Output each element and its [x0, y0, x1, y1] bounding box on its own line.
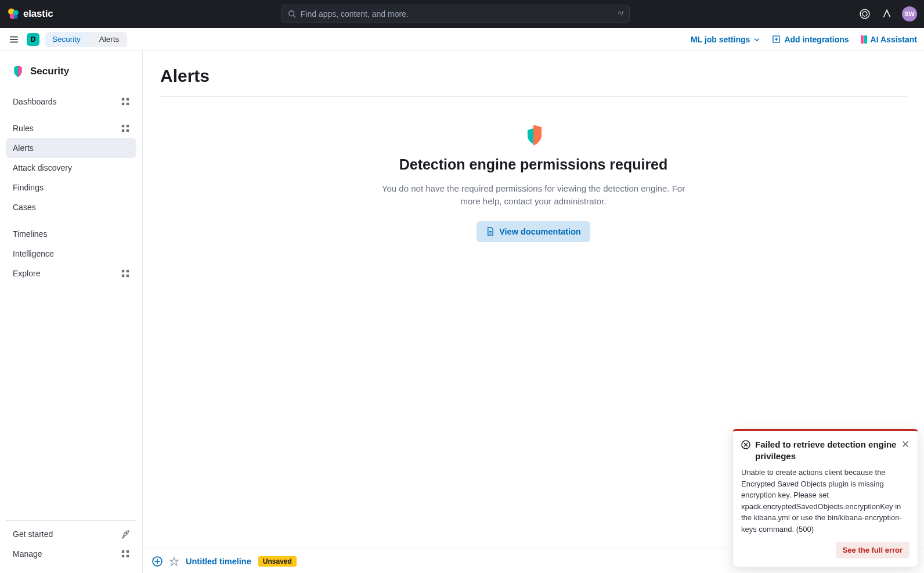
sub-header-right: ML job settings Add integrations AI Assi…	[691, 35, 917, 44]
toast-close-button[interactable]	[901, 440, 909, 448]
grid-icon	[121, 550, 129, 558]
ml-job-settings-button[interactable]: ML job settings	[691, 35, 760, 44]
sidebar-group-rules: Rules Alerts Attack discovery Findings C…	[6, 115, 136, 221]
svg-rect-19	[127, 125, 129, 127]
svg-rect-28	[127, 550, 129, 553]
svg-point-26	[126, 532, 127, 534]
sidebar-item-cases[interactable]: Cases	[6, 197, 136, 217]
svg-rect-30	[127, 555, 129, 557]
header-right: SW	[858, 6, 917, 21]
search-icon	[288, 10, 296, 18]
error-toast: Failed to retrieve detection engine priv…	[732, 429, 918, 568]
svg-rect-18	[122, 125, 124, 127]
space-selector[interactable]: D	[27, 33, 39, 46]
elastic-logo-icon	[7, 8, 20, 20]
sidebar-group-bottom: Get started Manage	[6, 520, 136, 567]
search-placeholder: Find apps, content, and more.	[301, 9, 409, 19]
search-shortcut: ^/	[618, 10, 623, 18]
svg-rect-16	[122, 103, 124, 105]
error-icon	[741, 440, 750, 449]
sidebar-item-dashboards[interactable]: Dashboards	[6, 92, 136, 111]
see-full-error-button[interactable]: See the full error	[836, 542, 909, 558]
svg-rect-21	[127, 129, 129, 132]
sidebar-title-row: Security	[6, 60, 136, 88]
sidebar-item-findings[interactable]: Findings	[6, 178, 136, 197]
page-title: Alerts	[160, 66, 907, 97]
svg-point-3	[14, 15, 18, 19]
svg-rect-25	[127, 275, 129, 277]
svg-rect-22	[122, 270, 124, 272]
nav-toggle-button[interactable]	[7, 33, 21, 46]
sidebar-item-manage[interactable]: Manage	[6, 544, 136, 564]
elastic-logo[interactable]: elastic	[7, 8, 53, 20]
timeline-favorite-button[interactable]	[169, 557, 179, 566]
space-letter: D	[31, 35, 36, 44]
breadcrumbs: Security Alerts	[45, 32, 127, 47]
package-icon	[772, 35, 781, 44]
user-avatar[interactable]: SW	[902, 6, 917, 21]
svg-point-4	[289, 11, 294, 16]
svg-point-7	[862, 12, 867, 16]
svg-rect-24	[122, 275, 124, 277]
svg-rect-17	[127, 103, 129, 105]
svg-rect-20	[122, 129, 124, 132]
sidebar-group-top: Dashboards	[6, 88, 136, 115]
timeline-title[interactable]: Untitled timeline	[186, 557, 251, 566]
sidebar-group-explore: Timelines Intelligence Explore	[6, 221, 136, 287]
toast-header: Failed to retrieve detection engine priv…	[741, 439, 909, 463]
global-search-input[interactable]: Find apps, content, and more. ^/	[281, 5, 630, 23]
toast-body: Unable to create actions client because …	[741, 467, 909, 535]
chevron-down-icon	[753, 36, 760, 43]
breadcrumb-alerts: Alerts	[89, 32, 128, 47]
svg-rect-23	[127, 270, 129, 272]
empty-state-text: You do not have the required permissions…	[371, 182, 696, 208]
document-icon	[486, 227, 495, 236]
sidebar-item-intelligence[interactable]: Intelligence	[6, 244, 136, 264]
sidebar-item-rules[interactable]: Rules	[6, 118, 136, 138]
empty-state-title: Detection engine permissions required	[399, 155, 668, 174]
newsfeed-icon[interactable]	[880, 7, 894, 21]
toast-title: Failed to retrieve detection engine priv…	[755, 439, 897, 463]
security-app-icon	[12, 65, 24, 78]
shield-icon	[523, 125, 544, 146]
avatar-initials: SW	[904, 10, 915, 17]
sidebar-item-explore[interactable]: Explore	[6, 264, 136, 283]
ai-assistant-button[interactable]: AI Assistant	[861, 35, 917, 44]
timeline-add-button[interactable]	[152, 556, 163, 567]
svg-rect-27	[122, 550, 124, 553]
view-documentation-button[interactable]: View documentation	[477, 221, 590, 242]
elastic-logo-text: elastic	[23, 8, 53, 20]
sub-header: D Security Alerts ML job settings Add in…	[0, 28, 924, 51]
sidebar-title: Security	[30, 66, 69, 77]
breadcrumb-security[interactable]: Security	[45, 32, 89, 47]
timeline-unsaved-badge: Unsaved	[258, 556, 297, 567]
sub-header-left: D Security Alerts	[7, 32, 127, 47]
svg-point-6	[860, 9, 869, 19]
global-search-wrap: Find apps, content, and more. ^/	[281, 5, 630, 23]
empty-state: Detection engine permissions required Yo…	[371, 125, 696, 242]
svg-rect-29	[122, 555, 124, 557]
help-icon[interactable]	[858, 7, 872, 21]
grid-icon	[121, 269, 129, 278]
sidebar-item-get-started[interactable]: Get started	[6, 524, 136, 544]
sidebar-item-attack-discovery[interactable]: Attack discovery	[6, 158, 136, 178]
ai-assistant-icon	[861, 35, 867, 44]
global-header: elastic Find apps, content, and more. ^/…	[0, 0, 924, 28]
sidebar: Security Dashboards Rules Alerts Attack …	[0, 51, 143, 573]
header-left: elastic	[7, 8, 53, 20]
add-integrations-button[interactable]: Add integrations	[772, 35, 849, 44]
grid-icon	[121, 124, 129, 132]
svg-rect-15	[127, 98, 129, 100]
svg-line-5	[293, 16, 295, 18]
grid-icon	[121, 98, 129, 106]
sidebar-item-alerts[interactable]: Alerts	[6, 138, 136, 158]
rocket-icon	[121, 530, 129, 539]
svg-rect-14	[122, 98, 124, 100]
sidebar-item-timelines[interactable]: Timelines	[6, 224, 136, 244]
